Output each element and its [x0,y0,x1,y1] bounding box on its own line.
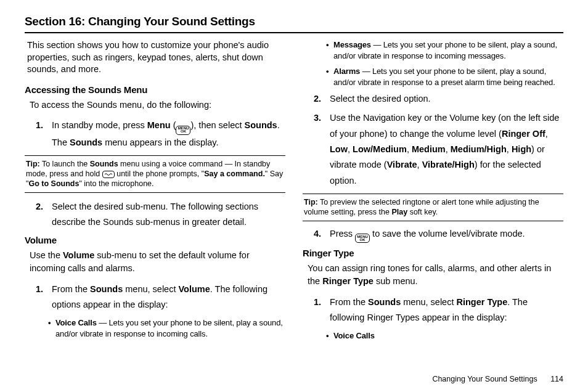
bold: Ringer Type [322,276,374,286]
bullet-dot: • [326,330,333,341]
page-footer: Changing Your Sound Settings 114 [432,375,563,383]
bold: Volume [178,284,210,294]
bold-menu: Menu [147,120,171,130]
bold: High [512,144,531,154]
text: soft key. [407,208,438,216]
step-body: Press MENUOK to save the volume level/vi… [330,227,563,243]
bullet-dot: • [326,39,333,61]
footer-text: Changing Your Sound Settings [432,375,537,383]
text: From the [330,297,368,307]
ringer-voice-calls-bullet: • Voice Calls [326,330,563,341]
accessing-step-1: 1. In standby mode, press Menu (MENUOK),… [36,118,285,150]
bullet-body: Messages — Lets you set your phone to be… [333,39,563,61]
bold: Sounds [90,284,123,294]
bullet-dot: • [48,317,55,339]
bold: Vibrate [387,160,417,169]
text: Use the [30,250,63,260]
left-column: This section shows you how to customize … [25,39,285,346]
step-body: Select the desired sub-menu. The followi… [52,199,285,231]
intro-text: This section shows you how to customize … [27,39,285,76]
step-body: In standby mode, press Menu (MENUOK), th… [52,118,285,150]
bold: Volume [63,250,94,260]
bold: Ringer Off [502,129,545,139]
volume-step-4: 4. Press MENUOK to save the volume level… [314,227,563,243]
bold: Voice Calls [333,331,375,340]
menukey-bot: OK [181,130,186,133]
step-number: 3. [314,110,330,189]
accessing-tip-box: Tip: To launch the Sounds menu using a v… [25,155,285,193]
step-number: 2. [36,199,52,231]
bold: Medium/High [451,144,507,154]
page-title: Section 16: Changing Your Sound Settings [25,15,563,28]
accessing-step-2: 2. Select the desired sub-menu. The foll… [36,199,285,231]
bold: Ringer Type [456,297,507,307]
menu-ok-key-icon: MENUOK [176,126,190,135]
bold: Low/Medium [353,144,407,154]
text: Press [330,229,355,239]
bold: Play [391,208,407,216]
volume-step-3: 3. Use the Navigation key or the Volume … [314,110,563,189]
volume-alarms-bullet: • Alarms — Lets you set your phone to be… [326,66,563,88]
menukey-bot: OK [360,239,365,242]
text: menu, select [123,284,178,294]
text: menu appears in the display. [102,137,218,147]
volume-lead: Use the Volume sub-menu to set the defau… [30,249,285,275]
bullet-body: Voice Calls — Lets you set your phone to… [55,317,285,339]
volume-messages-bullet: • Messages — Lets you set your phone to … [326,39,563,61]
text: " into the microphone. [79,179,153,188]
two-column-layout: This section shows you how to customize … [25,39,563,346]
text: to save the volume level/vibrate mode. [370,229,525,239]
bold: Messages [333,40,371,49]
text: , [545,129,548,139]
text: ), then select [190,120,244,130]
bold: Low [330,144,348,154]
text: ( [171,120,176,130]
text: , [407,144,412,154]
bold-sounds-2: Sounds [70,137,102,147]
step-number: 1. [36,118,52,150]
bold: Sounds [90,160,118,168]
bold: Vibrate/High [422,160,475,169]
menu-ok-key-icon: MENUOK [355,234,370,243]
step-number: 1. [314,295,330,326]
text: To launch the [40,160,90,168]
step-body: Use the Navigation key or the Volume key… [330,110,563,189]
step-body: From the Sounds menu, select Ringer Type… [330,295,563,326]
tip-label: Tip: [304,198,318,206]
bold: Alarms [333,67,360,76]
volume-tip-box: Tip: To preview the selected ringtone or… [303,194,563,221]
text: From the [52,284,90,294]
ringer-heading: Ringer Type [303,248,563,258]
right-column: • Messages — Lets you set your phone to … [303,39,563,346]
step-number: 2. [314,92,330,105]
step-body: Select the desired option. [330,92,563,105]
bold: Go to Sounds [28,179,79,188]
bullet-body: Alarms — Lets you set your phone to be s… [333,66,563,88]
volume-step-1: 1. From the Sounds menu, select Volume. … [36,282,285,313]
voice-key-icon [102,171,115,178]
accessing-lead: To access the Sounds menu, do the follow… [30,99,285,112]
volume-step-2: 2. Select the desired option. [314,92,563,105]
bullet-body: Voice Calls [333,330,563,341]
bold: Voice Calls [55,318,97,327]
bold: Say a command. [204,169,265,178]
volume-voice-calls-bullet: • Voice Calls — Lets you set your phone … [48,317,285,339]
ringer-lead: You can assign ring tones for calls, ala… [308,262,563,288]
text: menu, select [401,297,456,307]
text: , [446,144,451,154]
page-number: 114 [550,375,563,383]
text: , [507,144,512,154]
text: , [417,160,422,169]
ringer-step-1: 1. From the Sounds menu, select Ringer T… [314,295,563,326]
bold: Medium [412,144,446,154]
text: sub menu. [374,276,418,286]
bullet-dot: • [326,66,333,88]
accessing-heading: Accessing the Sounds Menu [25,84,285,95]
text: until the phone prompts, " [115,169,205,178]
text: , [348,144,353,154]
bold-sounds: Sounds [245,120,277,130]
tip-label: Tip: [26,160,40,168]
step-number: 1. [36,282,52,313]
text: In standby mode, press [52,120,147,130]
text: — Lets you set your phone to be silent, … [333,67,555,87]
